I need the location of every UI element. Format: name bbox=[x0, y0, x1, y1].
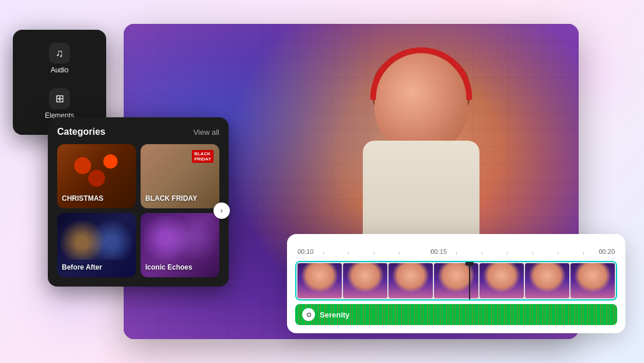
video-thumbnail-1 bbox=[298, 263, 342, 298]
playhead-handle[interactable] bbox=[466, 261, 474, 266]
ruler-time-20: 00:20 bbox=[598, 248, 615, 255]
blackfriday-tag: BLACKFRIDAY bbox=[192, 150, 214, 163]
play-circle-icon: ⊙ bbox=[306, 311, 312, 319]
ruler-tick bbox=[533, 252, 533, 255]
ruler-tick-major bbox=[430, 249, 431, 255]
christmas-label: CHRISTMAS bbox=[62, 194, 103, 204]
sidebar-audio-label: Audio bbox=[51, 66, 69, 74]
category-card-beforeafter[interactable]: Before After bbox=[57, 213, 136, 277]
video-thumbnail-4 bbox=[434, 263, 478, 298]
audio-track[interactable]: ⊙ Serenity bbox=[295, 304, 617, 325]
categories-panel: Categories View all CHRISTMAS BLACKFRIDA… bbox=[48, 117, 229, 287]
elements-icon: ⊞ bbox=[49, 88, 70, 109]
ruler-tick bbox=[399, 252, 400, 255]
iconicechoes-label: Iconic Echoes bbox=[145, 263, 192, 273]
ruler-tick bbox=[583, 252, 584, 255]
ruler-tick bbox=[456, 252, 457, 255]
audio-track-icon: ⊙ bbox=[302, 308, 315, 321]
iconicechoes-decoration bbox=[144, 216, 216, 260]
categories-grid: CHRISTMAS BLACKFRIDAY BLACK FRIDAY Befor… bbox=[57, 144, 219, 277]
audio-icon: ♫ bbox=[49, 43, 70, 64]
blackfriday-label: BLACK FRIDAY bbox=[145, 194, 197, 204]
timeline-ruler: 00:10 00:15 00:20 bbox=[295, 242, 617, 256]
christmas-decoration bbox=[62, 149, 131, 191]
categories-header: Categories View all bbox=[57, 127, 219, 137]
categories-title: Categories bbox=[57, 127, 106, 137]
category-card-christmas[interactable]: CHRISTMAS bbox=[57, 144, 136, 208]
ruler-tick bbox=[507, 252, 508, 255]
sidebar-item-audio[interactable]: ♫ Audio bbox=[20, 37, 99, 80]
video-thumbnail-3 bbox=[388, 263, 433, 298]
view-all-link[interactable]: View all bbox=[193, 128, 219, 137]
category-card-blackfriday[interactable]: BLACKFRIDAY BLACK FRIDAY bbox=[141, 144, 219, 208]
chevron-right-icon: › bbox=[220, 207, 223, 215]
beforeafter-label: Before After bbox=[62, 263, 102, 273]
video-track-container bbox=[295, 261, 617, 301]
ruler-tick bbox=[374, 252, 374, 255]
playhead[interactable] bbox=[469, 262, 470, 299]
ruler-tick bbox=[558, 252, 558, 255]
beforeafter-decoration bbox=[60, 216, 133, 260]
video-thumbnail-5 bbox=[480, 263, 524, 298]
category-card-iconicechoes[interactable]: Iconic Echoes bbox=[141, 213, 219, 277]
ruler-marks: 00:10 00:15 00:20 bbox=[298, 243, 615, 255]
ruler-tick bbox=[482, 252, 482, 255]
video-track[interactable] bbox=[295, 261, 617, 301]
timeline-panel: 00:10 00:15 00:20 bbox=[287, 234, 625, 333]
video-thumbnail-7 bbox=[570, 263, 615, 298]
audio-track-label: Serenity bbox=[320, 310, 349, 319]
video-thumbnail-2 bbox=[343, 263, 387, 298]
categories-next-button[interactable]: › bbox=[214, 203, 230, 219]
person-headphone bbox=[370, 47, 473, 100]
ruler-time-15: 00:15 bbox=[430, 248, 447, 255]
ruler-time-10: 00:10 bbox=[298, 248, 314, 255]
ruler-tick bbox=[323, 252, 324, 255]
video-thumbnail-6 bbox=[525, 263, 569, 298]
ruler-tick bbox=[348, 252, 349, 255]
